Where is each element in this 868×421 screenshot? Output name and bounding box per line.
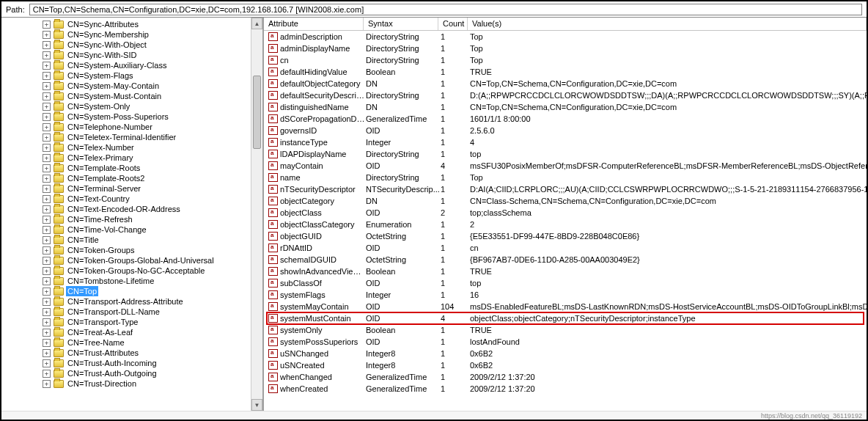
tree-label[interactable]: CN=Text-Country xyxy=(66,194,131,204)
tree-label[interactable]: CN=Text-Encoded-OR-Address xyxy=(66,204,182,214)
table-row[interactable]: systemPossSuperiorsOID1lostAndFound xyxy=(264,336,867,348)
expand-icon[interactable]: + xyxy=(43,380,51,388)
expand-icon[interactable]: + xyxy=(43,175,51,183)
header-attribute[interactable]: Attribute xyxy=(264,18,364,30)
tree-label[interactable]: CN=Telex-Primary xyxy=(66,153,135,163)
expand-icon[interactable]: + xyxy=(43,113,51,121)
tree-node[interactable]: +CN=System-Poss-Superiors xyxy=(6,111,262,122)
tree-node[interactable]: +CN=Transport-DLL-Name xyxy=(6,307,262,317)
header-syntax[interactable]: Syntax xyxy=(364,18,438,30)
table-row[interactable]: nameDirectoryString1Top xyxy=(264,172,867,183)
tree-label[interactable]: CN=Transport-Address-Attribute xyxy=(66,296,185,307)
tree-label[interactable]: CN=System-May-Contain xyxy=(66,81,161,91)
tree-node[interactable]: +CN=System-May-Contain xyxy=(6,81,262,91)
tree-node[interactable]: +CN=Terminal-Server xyxy=(6,183,262,194)
tree-node[interactable]: +CN=Telephone-Number xyxy=(6,122,262,132)
tree-node[interactable]: +CN=Template-Roots xyxy=(6,163,262,173)
tree-node[interactable]: +CN=System-Auxiliary-Class xyxy=(6,60,262,70)
tree-label[interactable]: CN=Transport-DLL-Name xyxy=(66,307,161,317)
tree-node[interactable]: +CN=System-Must-Contain xyxy=(6,91,262,101)
expand-icon[interactable]: + xyxy=(43,164,51,172)
tree-node[interactable]: +CN=Title xyxy=(6,235,262,245)
table-row[interactable]: whenCreatedGeneralizedTime12009/2/12 1:3… xyxy=(264,383,867,395)
expand-icon[interactable]: + xyxy=(43,41,51,49)
tree-label[interactable]: CN=Treat-As-Leaf xyxy=(66,327,134,337)
table-row[interactable]: adminDisplayNameDirectoryString1Top xyxy=(264,43,867,54)
tree-node[interactable]: +CN=System-Only xyxy=(6,101,262,111)
tree-label[interactable]: CN=Template-Roots2 xyxy=(66,173,146,183)
tree-label[interactable]: CN=Time-Refresh xyxy=(66,214,134,224)
tree-label[interactable]: CN=Teletex-Terminal-Identifier xyxy=(66,132,177,142)
tree-label[interactable]: CN=Template-Roots xyxy=(66,163,141,173)
table-row[interactable]: objectCategoryDN1CN=Class-Schema,CN=Sche… xyxy=(264,195,867,207)
tree-node[interactable]: +CN=Transport-Address-Attribute xyxy=(6,296,262,307)
table-row[interactable]: adminDescriptionDirectoryString1Top xyxy=(264,31,867,43)
table-row[interactable]: dSCorePropagationDataGeneralizedTime1160… xyxy=(264,113,867,125)
expand-icon[interactable]: + xyxy=(43,185,51,193)
table-row[interactable]: defaultSecurityDescriptorDirectoryString… xyxy=(264,89,867,101)
path-input[interactable]: CN=Top,CN=Schema,CN=Configuration,DC=xie… xyxy=(29,4,862,15)
tree-label[interactable]: CN=Sync-Attributes xyxy=(66,19,140,29)
attribute-rows[interactable]: adminDescriptionDirectoryString1Topadmin… xyxy=(264,31,867,411)
tree-label[interactable]: CN=Trust-Auth-Outgoing xyxy=(66,368,158,378)
tree-scrollbar[interactable]: ▲ ▼ xyxy=(251,18,262,411)
table-row[interactable]: objectClassCategoryEnumeration12 xyxy=(264,219,867,230)
tree-label[interactable]: CN=System-Poss-Superiors xyxy=(66,111,170,122)
table-row[interactable]: systemMustContainOID4objectClass;objectC… xyxy=(264,312,867,324)
tree-label[interactable]: CN=Token-Groups-No-GC-Acceptable xyxy=(66,266,206,276)
table-row[interactable]: defaultHidingValueBoolean1TRUE xyxy=(264,66,867,78)
tree-label[interactable]: CN=Title xyxy=(66,235,100,245)
expand-icon[interactable]: + xyxy=(43,370,51,378)
expand-icon[interactable]: + xyxy=(43,349,51,357)
tree-label[interactable]: CN=System-Must-Contain xyxy=(66,91,163,101)
tree-label[interactable]: CN=Telephone-Number xyxy=(66,122,154,132)
tree-node[interactable]: +CN=System-Flags xyxy=(6,70,262,81)
tree-node[interactable]: +CN=Time-Vol-Change xyxy=(6,224,262,235)
tree-label[interactable]: CN=Telex-Number xyxy=(66,142,136,153)
tree-node[interactable]: +CN=Token-Groups-Global-And-Universal xyxy=(6,255,262,266)
expand-icon[interactable]: + xyxy=(43,21,51,29)
tree-node[interactable]: +CN=Teletex-Terminal-Identifier xyxy=(6,132,262,142)
table-row[interactable]: governsIDOID12.5.6.0 xyxy=(264,125,867,136)
tree-label[interactable]: CN=Terminal-Server xyxy=(66,183,142,194)
tree-node[interactable]: +CN=Token-Groups xyxy=(6,245,262,255)
expand-icon[interactable]: + xyxy=(43,267,51,275)
tree-label[interactable]: CN=Tree-Name xyxy=(66,337,126,348)
expand-icon[interactable]: + xyxy=(43,216,51,224)
expand-icon[interactable]: + xyxy=(43,318,51,326)
tree-label[interactable]: CN=System-Flags xyxy=(66,70,135,81)
tree-node[interactable]: +CN=Trust-Direction xyxy=(6,378,262,389)
tree-label[interactable]: CN=System-Auxiliary-Class xyxy=(66,60,168,70)
expand-icon[interactable]: + xyxy=(43,246,51,255)
tree-node[interactable]: +CN=Template-Roots2 xyxy=(6,173,262,183)
table-row[interactable]: systemOnlyBoolean1TRUE xyxy=(264,324,867,336)
expand-icon[interactable]: + xyxy=(43,133,51,142)
tree-node[interactable]: +CN=Tree-Name xyxy=(6,337,262,348)
tree-node[interactable]: +CN=Text-Encoded-OR-Address xyxy=(6,204,262,214)
tree-label[interactable]: CN=Time-Vol-Change xyxy=(66,224,148,235)
expand-icon[interactable]: + xyxy=(43,308,51,316)
table-header[interactable]: Attribute Syntax Count Value(s) xyxy=(264,18,867,31)
expand-icon[interactable]: + xyxy=(43,154,51,162)
tree-node[interactable]: +CN=Transport-Type xyxy=(6,317,262,327)
tree-label[interactable]: CN=Tombstone-Lifetime xyxy=(66,276,155,286)
expand-icon[interactable]: + xyxy=(43,226,51,234)
table-row[interactable]: rDNAttIDOID1cn xyxy=(264,242,867,254)
tree-node[interactable]: +CN=Top xyxy=(6,286,262,296)
expand-icon[interactable]: + xyxy=(43,359,51,367)
expand-icon[interactable]: + xyxy=(43,103,51,111)
tree-node[interactable]: +CN=Trust-Auth-Incoming xyxy=(6,358,262,368)
tree-label[interactable]: CN=Token-Groups xyxy=(66,245,136,255)
expand-icon[interactable]: + xyxy=(43,62,51,70)
tree-node[interactable]: +CN=Sync-With-Object xyxy=(6,40,262,50)
tree-label[interactable]: CN=Top xyxy=(66,286,98,296)
schema-tree[interactable]: +CN=Sync-Attributes+CN=Sync-Membership+C… xyxy=(1,18,262,390)
table-row[interactable]: nTSecurityDescriptorNTSecurityDescrip...… xyxy=(264,183,867,195)
table-row[interactable]: showInAdvancedViewOnlyBoolean1TRUE xyxy=(264,266,867,277)
tree-label[interactable]: CN=Trust-Attributes xyxy=(66,348,140,358)
table-row[interactable]: mayContainOID4msSFU30PosixMemberOf;msDFS… xyxy=(264,160,867,172)
expand-icon[interactable]: + xyxy=(43,92,51,100)
table-row[interactable]: uSNCreatedInteger810x6B2 xyxy=(264,359,867,371)
scroll-down-button[interactable]: ▼ xyxy=(251,399,262,411)
table-row[interactable]: cnDirectoryString1Top xyxy=(264,54,867,66)
